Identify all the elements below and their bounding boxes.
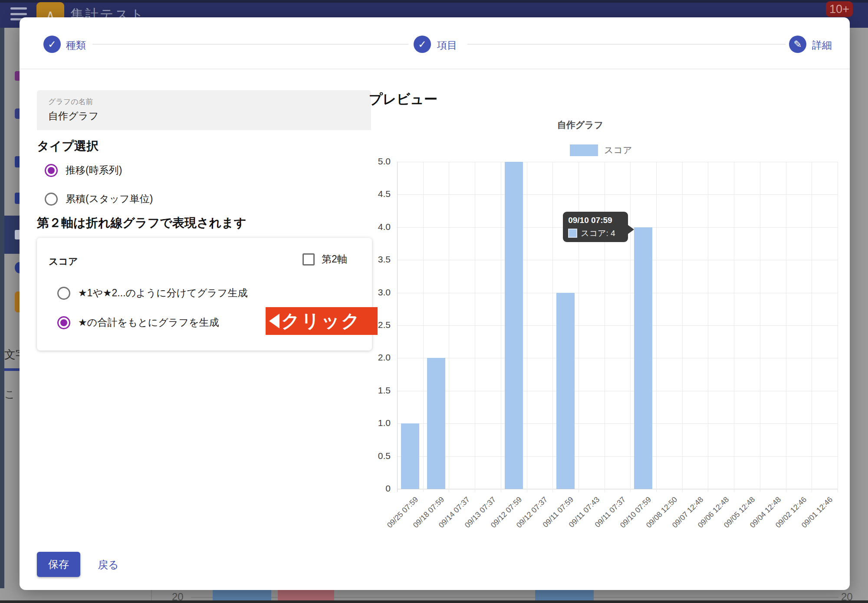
second-axis-note: 第２軸は折れ線グラフで表現されます — [37, 215, 247, 231]
background-bottom-edge — [0, 600, 868, 603]
tooltip-title: 09/10 07:59 — [568, 216, 623, 225]
gridline-x — [760, 162, 760, 492]
y-axis-tick-label: 0 — [356, 483, 391, 494]
gridline-y — [397, 260, 838, 260]
background-tab-label: 文字 — [4, 347, 21, 362]
step-check-icon[interactable]: ✓ — [414, 36, 431, 53]
step-connector — [467, 44, 786, 45]
radio-label: ★の合計をもとにグラフを生成 — [78, 316, 219, 329]
notification-badge: 10+ — [826, 1, 853, 17]
save-button[interactable]: 保存 — [37, 552, 80, 577]
step-pencil-icon[interactable]: ✎ — [789, 36, 806, 53]
chart-plot: 09/10 07:59 スコア: 4 5.04.54.03.53.02.52.0… — [397, 162, 838, 489]
y-axis-tick-label: 1.5 — [356, 385, 391, 396]
step-connector — [92, 44, 408, 45]
back-link[interactable]: 戻る — [98, 558, 119, 572]
tooltip-swatch — [568, 229, 577, 238]
bar — [505, 162, 523, 489]
step-check-icon[interactable]: ✓ — [43, 36, 61, 53]
radio-star-total[interactable]: ★の合計をもとにグラフを生成 — [57, 316, 219, 329]
bar — [427, 358, 445, 489]
sidebar-rail — [0, 28, 4, 590]
gridline-y — [397, 194, 838, 195]
checkbox-unchecked-icon[interactable] — [302, 253, 315, 265]
background-tab-indicator — [4, 368, 21, 371]
radio-trend-time-series[interactable]: 推移(時系列) — [45, 164, 122, 177]
gridline-y — [397, 293, 838, 293]
radio-selected-icon[interactable] — [57, 316, 70, 329]
y-axis-tick-label: 1.0 — [356, 418, 391, 428]
background-chart-strip: 20 20 — [0, 588, 868, 603]
radio-unselected-icon[interactable] — [57, 287, 70, 300]
gridline-x — [656, 162, 657, 492]
chart-tooltip: 09/10 07:59 スコア: 4 — [563, 212, 628, 242]
gridline-x — [397, 162, 398, 492]
bar — [634, 227, 652, 489]
preview-heading: プレビュー — [369, 90, 437, 108]
gridline-x — [475, 162, 475, 492]
radio-selected-icon[interactable] — [45, 164, 58, 177]
y-axis-tick-label: 5.0 — [356, 156, 391, 167]
radio-label: 推移(時系列) — [66, 164, 122, 177]
tooltip-arrow — [628, 225, 634, 234]
step-kind[interactable]: 種類 — [66, 39, 86, 52]
tooltip-text: スコア: 4 — [581, 228, 615, 239]
background-partial-text: こ — [4, 387, 21, 401]
y-axis-tick-label: 3.0 — [356, 287, 391, 298]
gridline-x — [786, 162, 786, 492]
radio-unselected-icon[interactable] — [45, 193, 58, 206]
bar — [556, 293, 575, 489]
y-axis-tick-label: 2.0 — [356, 352, 391, 363]
left-arrow-icon — [269, 314, 279, 328]
gridline-y — [397, 358, 838, 358]
y-axis-tick-label: 3.5 — [356, 254, 391, 265]
status-bar — [0, 0, 868, 3]
radio-label: 累積(スタッフ単位) — [66, 192, 153, 206]
y-axis-tick-label: 0.5 — [356, 451, 391, 461]
checkbox-label: 第2軸 — [322, 252, 347, 266]
gridline-x — [630, 162, 631, 492]
gridline-x — [838, 162, 838, 492]
gridline-y — [397, 325, 838, 326]
graph-name-value: 自作グラフ — [48, 109, 99, 123]
screen: ∧ 集計テスト 10+ 文字 こ 20 20 ✓ 種類 ✓ 項目 ✎ 詳細 — [0, 0, 868, 603]
click-callout: クリック — [266, 307, 378, 335]
gridline-x — [552, 162, 553, 492]
graph-name-label: グラフの名前 — [48, 97, 93, 107]
sidebar-item-active — [4, 216, 21, 254]
type-select-heading: タイプ選択 — [37, 138, 99, 154]
gridline-y — [397, 489, 838, 489]
y-axis-tick-label: 4.0 — [356, 222, 391, 232]
y-axis-tick-label: 4.5 — [356, 189, 391, 199]
radio-label: ★1や★2...のように分けてグラフ生成 — [78, 286, 247, 300]
gridline-x — [501, 162, 501, 492]
gridline-x — [682, 162, 683, 492]
chart-title: 自作グラフ — [502, 119, 658, 131]
gridline-x — [449, 162, 449, 492]
legend-label: スコア — [604, 144, 632, 156]
step-items[interactable]: 項目 — [437, 39, 457, 52]
gridline-y — [397, 391, 838, 391]
bar — [401, 423, 419, 489]
gridline-x — [423, 162, 424, 492]
gridline-y — [397, 162, 838, 162]
legend-swatch — [570, 144, 598, 156]
gridline-x — [527, 162, 527, 492]
graph-settings-dialog: ✓ 種類 ✓ 項目 ✎ 詳細 グラフの名前 自作グラフ タイプ選択 推移(時系列… — [20, 17, 850, 590]
step-details[interactable]: 詳細 — [812, 39, 832, 52]
gridline-y — [397, 456, 838, 457]
score-card-title: スコア — [49, 255, 78, 268]
chart-legend[interactable]: スコア — [570, 144, 632, 156]
gridline-x — [734, 162, 734, 492]
callout-text: クリック — [281, 309, 361, 333]
second-axis-checkbox[interactable]: 第2軸 — [302, 252, 347, 266]
radio-split-by-star[interactable]: ★1や★2...のように分けてグラフ生成 — [57, 286, 247, 300]
gridline-x — [812, 162, 812, 492]
divider — [20, 69, 850, 69]
gridline-y — [397, 423, 838, 424]
radio-cumulative-staff[interactable]: 累積(スタッフ単位) — [45, 192, 153, 206]
gridline-x — [708, 162, 708, 492]
graph-name-field[interactable]: グラフの名前 自作グラフ — [37, 90, 371, 130]
